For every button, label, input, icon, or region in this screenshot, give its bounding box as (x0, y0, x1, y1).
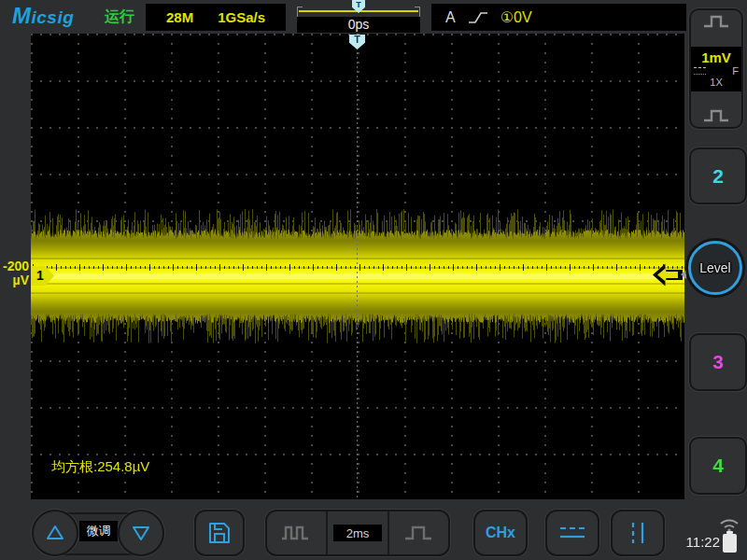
waveform-display[interactable]: T 1 均方根:254.8µV (31, 34, 684, 499)
horizontal-cursor-icon (557, 523, 587, 543)
memory-depth: 28M (166, 9, 193, 25)
timebase-group: 2ms (265, 510, 450, 556)
fine-adjust-label[interactable]: 微调 (79, 521, 118, 541)
offset-unit: µV (0, 273, 29, 287)
trigger-position-value: 0ps (297, 17, 420, 33)
channel4-button[interactable]: 4 (689, 437, 747, 495)
wifi-icon (717, 515, 741, 532)
oscilloscope-app: Micsig 运行 28M 1GSa/s T 0ps A ①0V -200 µV… (0, 0, 747, 560)
rising-edge-icon (468, 10, 488, 25)
vertical-cursor-icon (626, 520, 650, 546)
save-button[interactable] (194, 510, 245, 556)
level-pointer-icon (681, 270, 686, 279)
brand-logo: Micsig (12, 3, 74, 29)
timebase-faster-button[interactable] (267, 511, 326, 554)
channel1-bandwidth: F (732, 65, 739, 77)
double-pulse-icon (280, 524, 314, 542)
waveform-canvas (31, 34, 684, 499)
channel1-widget[interactable]: 1mV F 1X (689, 8, 743, 129)
battery-body (723, 534, 737, 553)
adjust-down-button[interactable] (118, 510, 164, 556)
channel1-probe: 1X (710, 77, 722, 88)
channel2-button[interactable]: 2 (689, 147, 747, 204)
channel1-scale: 1mV (701, 50, 731, 65)
timebase-value-section[interactable]: 2ms (326, 511, 388, 554)
timebase-value: 2ms (333, 525, 382, 541)
triangle-up-icon (45, 524, 65, 542)
run-status[interactable]: 运行 (105, 7, 134, 27)
single-pulse-icon (402, 524, 434, 542)
coupling-icon (694, 67, 706, 75)
sample-rate: 1GSa/s (218, 9, 265, 25)
rms-measurement: 均方根:254.8µV (51, 458, 149, 476)
measure-button[interactable] (545, 510, 599, 556)
trigger-position-line (357, 34, 358, 499)
trigger-level-button[interactable]: Level (688, 241, 742, 295)
channel3-button[interactable]: 3 (689, 333, 747, 391)
trigger-source: A (445, 9, 456, 26)
cursor-button[interactable] (611, 510, 665, 556)
timebase-slower-button[interactable] (389, 511, 448, 554)
scale-down-icon[interactable] (701, 106, 731, 125)
acquisition-info-box[interactable]: 28M 1GSa/s (146, 4, 286, 31)
scale-up-icon[interactable] (701, 12, 731, 31)
trigger-position-widget[interactable]: T 0ps (297, 0, 420, 34)
adjust-up-button[interactable] (32, 510, 78, 556)
save-icon (207, 521, 232, 545)
channel-offset-label: -200 µV (0, 259, 29, 287)
offset-value: -200 (0, 259, 29, 273)
clock: 11:22 (684, 534, 720, 550)
triangle-down-icon (131, 524, 151, 542)
trigger-level: ①0V (500, 8, 532, 26)
channel1-info-box[interactable]: 1mV F 1X (691, 47, 741, 91)
channel-select-button[interactable]: CHx (473, 510, 528, 556)
trigger-info-box[interactable]: A ①0V (431, 4, 686, 31)
